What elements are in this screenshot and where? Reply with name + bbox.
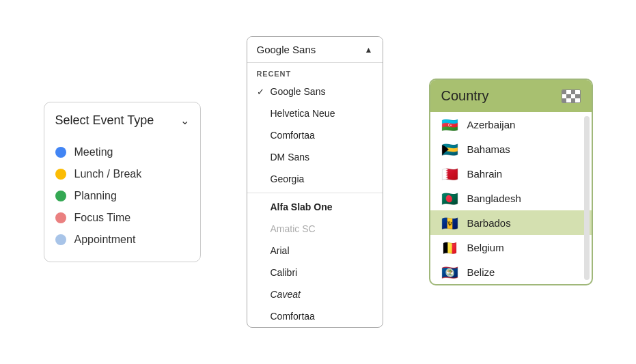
font-item-label: Arial bbox=[271, 245, 373, 256]
font-item-label: Comfortaa bbox=[271, 130, 373, 141]
font-list-item[interactable]: Arial bbox=[247, 240, 383, 262]
event-type-color-dot bbox=[55, 234, 66, 245]
font-list-item[interactable]: Amatic SC bbox=[247, 218, 383, 240]
event-type-title: Select Event Type bbox=[55, 113, 154, 128]
country-flag-icon: 🇧🇪 bbox=[441, 241, 459, 253]
country-flag-icon: 🇧🇸 bbox=[441, 143, 459, 155]
country-flag-icon: 🇦🇿 bbox=[441, 118, 459, 130]
country-list-item[interactable]: 🇧🇪Belgium bbox=[430, 235, 592, 260]
font-list-item[interactable]: ✓Google Sans bbox=[247, 81, 383, 102]
font-list-item[interactable]: Comfortaa bbox=[247, 124, 383, 146]
event-type-header[interactable]: Select Event Type ⌄ bbox=[44, 109, 200, 136]
country-flag-icon: 🇧🇧 bbox=[441, 216, 459, 229]
font-section-divider bbox=[247, 193, 383, 193]
font-list-item[interactable]: Comfortaa bbox=[247, 305, 383, 327]
event-type-color-dot bbox=[55, 147, 66, 158]
font-check-icon: ✓ bbox=[257, 87, 271, 97]
event-type-list: MeetingLunch / BreakPlanningFocus TimeAp… bbox=[44, 136, 200, 251]
event-type-list-item[interactable]: Lunch / Break bbox=[44, 163, 200, 185]
font-list-item[interactable]: Alfa Slab One bbox=[247, 196, 383, 218]
country-list-item[interactable]: 🇦🇿Azerbaijan bbox=[430, 112, 592, 137]
country-name-label: Azerbaijan bbox=[467, 119, 516, 130]
country-name-label: Belize bbox=[467, 266, 495, 278]
event-type-list-item[interactable]: Focus Time bbox=[44, 207, 200, 229]
country-header: Country bbox=[430, 80, 592, 112]
font-list: RECENT✓Google SansHelvetica NeueComforta… bbox=[247, 63, 383, 327]
country-title: Country bbox=[441, 88, 489, 104]
country-list-item[interactable]: 🇧🇿Belize bbox=[430, 260, 592, 284]
font-section-recent: RECENT bbox=[247, 63, 383, 81]
country-name-label: Belgium bbox=[467, 242, 504, 253]
event-type-dropdown[interactable]: Select Event Type ⌄ MeetingLunch / Break… bbox=[44, 102, 201, 262]
country-flag-icon: 🇧🇭 bbox=[441, 167, 459, 180]
font-list-item[interactable]: Calibri bbox=[247, 262, 383, 283]
checkerboard-cell bbox=[575, 98, 580, 102]
font-dropdown[interactable]: Google Sans ▲ RECENT✓Google SansHelvetic… bbox=[247, 36, 383, 328]
event-type-item-label: Meeting bbox=[74, 146, 113, 158]
font-dropdown-arrow-icon: ▲ bbox=[365, 45, 373, 55]
font-item-label: Georgia bbox=[271, 173, 373, 184]
event-type-list-item[interactable]: Planning bbox=[44, 185, 200, 207]
event-type-color-dot bbox=[55, 191, 66, 201]
event-type-item-label: Planning bbox=[74, 190, 117, 202]
font-item-label: Caveat bbox=[271, 289, 373, 300]
event-type-color-dot bbox=[55, 212, 66, 223]
event-type-item-label: Focus Time bbox=[74, 212, 131, 224]
event-type-list-item[interactable]: Appointment bbox=[44, 229, 200, 251]
font-item-label: Calibri bbox=[271, 267, 373, 278]
event-type-color-dot bbox=[55, 169, 66, 180]
country-name-label: Barbados bbox=[467, 217, 511, 229]
country-list-item[interactable]: 🇧🇩Bangladesh bbox=[430, 186, 592, 210]
country-flag-icon: 🇧🇩 bbox=[441, 192, 459, 204]
font-item-label: Helvetica Neue bbox=[271, 108, 373, 119]
chevron-down-icon: ⌄ bbox=[180, 114, 189, 127]
country-list-item[interactable]: 🇧🇭Bahrain bbox=[430, 161, 592, 186]
country-list-item[interactable]: 🇧🇸Bahamas bbox=[430, 137, 592, 161]
event-type-item-label: Lunch / Break bbox=[74, 168, 142, 180]
font-header[interactable]: Google Sans ▲ bbox=[247, 37, 383, 63]
country-name-label: Bangladesh bbox=[467, 193, 521, 204]
font-list-item[interactable]: Helvetica Neue bbox=[247, 102, 383, 124]
event-type-list-item[interactable]: Meeting bbox=[44, 141, 200, 163]
font-item-label: Alfa Slab One bbox=[271, 201, 373, 212]
font-item-label: Google Sans bbox=[271, 86, 373, 97]
country-dropdown[interactable]: Country 🇦🇿Azerbaijan🇧🇸Bahamas🇧🇭Bahrain🇧🇩… bbox=[429, 79, 593, 285]
country-name-label: Bahrain bbox=[467, 168, 503, 180]
checkerboard-icon bbox=[562, 89, 581, 103]
font-selected-label: Google Sans bbox=[257, 44, 316, 55]
font-item-label: Amatic SC bbox=[271, 223, 373, 234]
font-list-item[interactable]: Caveat bbox=[247, 283, 383, 305]
country-flag-icon: 🇧🇿 bbox=[441, 266, 459, 278]
country-list: 🇦🇿Azerbaijan🇧🇸Bahamas🇧🇭Bahrain🇧🇩Banglade… bbox=[430, 112, 592, 284]
font-list-item[interactable]: DM Sans bbox=[247, 146, 383, 168]
country-list-item[interactable]: 🇧🇧Barbados bbox=[430, 210, 592, 235]
country-scroll-area: 🇦🇿Azerbaijan🇧🇸Bahamas🇧🇭Bahrain🇧🇩Banglade… bbox=[430, 112, 592, 284]
country-name-label: Bahamas bbox=[467, 143, 510, 155]
font-item-label: Comfortaa bbox=[271, 311, 373, 322]
font-list-item[interactable]: Georgia bbox=[247, 168, 383, 190]
font-item-label: DM Sans bbox=[271, 152, 373, 163]
event-type-item-label: Appointment bbox=[74, 234, 136, 246]
